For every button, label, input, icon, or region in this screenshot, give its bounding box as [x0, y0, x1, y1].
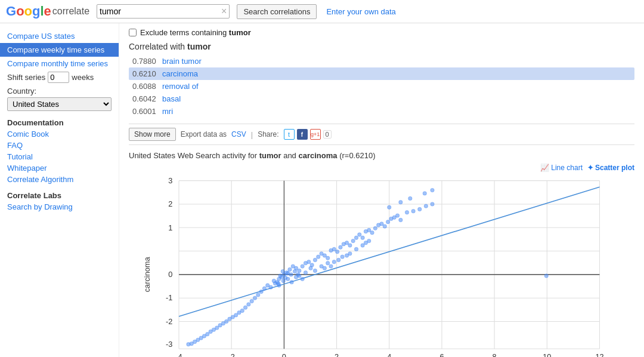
country-select[interactable]: United States [7, 97, 112, 111]
svg-point-58 [367, 228, 371, 232]
sidebar-item-compare-monthly[interactable]: Compare monthly time series [7, 59, 112, 68]
scatter-plot-icon: ✦ [587, 164, 593, 172]
sidebar-item-correlate-algorithm[interactable]: Correlate Algorithm [7, 175, 112, 184]
sidebar-item-faq[interactable]: FAQ [7, 141, 112, 150]
svg-point-83 [237, 310, 241, 314]
logo-g: G [6, 4, 16, 19]
social-icons: t f g+1 0 [284, 129, 332, 140]
labs-section-title: Correlate Labs [7, 191, 112, 200]
sidebar-item-compare-weekly[interactable]: Compare weekly time series [0, 43, 119, 57]
svg-text:0: 0 [168, 270, 172, 279]
svg-point-107 [326, 261, 330, 265]
export-label: Export data as [181, 130, 227, 139]
correlation-list: 0.7880brain tumor0.6210carcinoma0.6088re… [129, 55, 634, 118]
sidebar-item-search-by-drawing[interactable]: Search by Drawing [7, 202, 112, 211]
svg-text:-2: -2 [228, 352, 235, 357]
svg-point-109 [332, 260, 336, 263]
svg-point-125 [544, 274, 548, 278]
svg-point-79 [250, 299, 253, 303]
svg-point-129 [423, 192, 426, 195]
search-input[interactable] [100, 7, 219, 16]
svg-point-128 [408, 196, 412, 200]
shift-input[interactable] [48, 72, 69, 83]
svg-point-117 [367, 239, 371, 242]
search-correlations-button[interactable]: Search correlations [237, 4, 317, 19]
corr-item[interactable]: 0.6210carcinoma [129, 67, 634, 80]
search-box: × [97, 4, 230, 19]
corr-item[interactable]: 0.6001mri [129, 105, 634, 118]
svg-text:2: 2 [335, 352, 339, 357]
corr-link[interactable]: basal [162, 94, 181, 103]
svg-text:4: 4 [387, 352, 391, 357]
svg-point-37 [301, 264, 304, 268]
svg-text:-1: -1 [166, 293, 172, 302]
svg-point-56 [361, 236, 364, 239]
twitter-icon[interactable]: t [284, 129, 295, 140]
corr-link[interactable]: carcinoma [162, 69, 198, 78]
corr-link[interactable]: brain tumor [162, 57, 202, 66]
corr-item[interactable]: 0.6088removal of [129, 80, 634, 93]
svg-point-80 [247, 303, 250, 306]
svg-point-86 [228, 317, 231, 321]
line-chart-button[interactable]: 📈 Line chart [540, 164, 583, 172]
svg-text:0: 0 [282, 352, 286, 357]
svg-point-73 [431, 202, 434, 206]
svg-point-124 [294, 275, 298, 279]
svg-text:-3: -3 [166, 340, 172, 349]
shift-unit: weeks [72, 73, 94, 82]
svg-text:8: 8 [493, 352, 497, 357]
svg-point-42 [317, 255, 320, 258]
sidebar-item-comic-book[interactable]: Comic Book [7, 130, 112, 139]
logo-e: e [44, 4, 51, 19]
svg-point-54 [354, 236, 358, 239]
logo-g2: g [32, 4, 40, 19]
show-more-button[interactable]: Show more [129, 128, 176, 141]
svg-point-113 [348, 252, 352, 256]
chart-title: United States Web Search activity for tu… [129, 151, 634, 160]
svg-point-78 [253, 296, 256, 300]
svg-point-52 [348, 244, 352, 247]
svg-point-72 [424, 204, 428, 208]
corr-link[interactable]: removal of [162, 82, 199, 91]
svg-text:12: 12 [595, 352, 603, 357]
svg-text:-4: -4 [175, 352, 182, 357]
svg-point-23 [288, 267, 292, 271]
gplus-icon[interactable]: g+1 [310, 129, 321, 140]
clear-icon[interactable]: × [221, 6, 227, 17]
svg-point-122 [286, 277, 290, 281]
svg-text:carcinoma: carcinoma [143, 257, 151, 293]
svg-point-29 [298, 269, 301, 272]
corr-item[interactable]: 0.6042basal [129, 93, 634, 105]
svg-point-53 [351, 239, 355, 242]
export-csv-link[interactable]: CSV [231, 130, 246, 139]
svg-point-62 [380, 222, 383, 226]
svg-point-33 [281, 269, 284, 273]
gplus-count: 0 [323, 130, 332, 139]
svg-point-111 [340, 255, 344, 258]
sidebar-item-compare-us-states[interactable]: Compare US states [7, 32, 112, 41]
svg-point-123 [290, 280, 293, 284]
facebook-icon[interactable]: f [297, 129, 308, 140]
svg-point-49 [339, 245, 342, 249]
sidebar-item-whitepaper[interactable]: Whitepaper [7, 164, 112, 173]
svg-point-68 [399, 218, 402, 221]
svg-point-114 [354, 247, 358, 251]
svg-point-48 [335, 250, 339, 253]
shift-label: Shift series [7, 73, 45, 82]
corr-item[interactable]: 0.7880brain tumor [129, 55, 634, 67]
svg-point-45 [326, 256, 330, 260]
svg-point-70 [411, 209, 415, 213]
correlated-header: Correlated with tumor [129, 42, 634, 51]
svg-point-119 [273, 282, 277, 285]
exclude-checkbox[interactable] [129, 29, 137, 36]
svg-point-34 [289, 273, 293, 276]
scatter-plot-button[interactable]: ✦ Scatter plot [587, 164, 634, 172]
chart-area: -4 -2 0 2 4 6 8 10 12 3 2 1 0 -1 -2 -3 [129, 174, 634, 357]
corr-link[interactable]: mri [162, 107, 173, 116]
svg-point-101 [301, 277, 304, 281]
svg-point-104 [313, 269, 317, 272]
enter-own-data-link[interactable]: Enter your own data [326, 7, 395, 16]
logo-correlate: correlate [52, 6, 89, 17]
svg-point-64 [386, 220, 389, 224]
sidebar-item-tutorial[interactable]: Tutorial [7, 152, 112, 161]
